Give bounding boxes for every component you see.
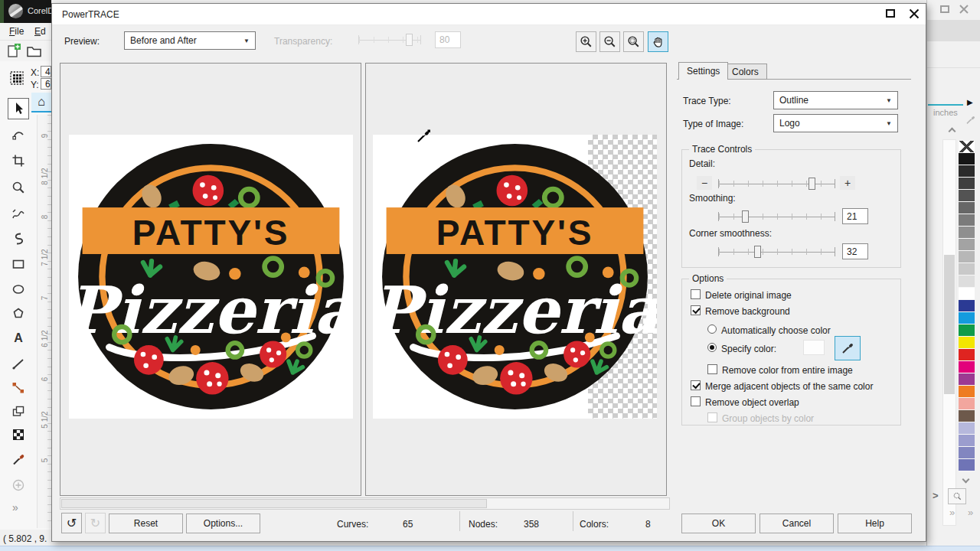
ruler-label: 8 1/2: [41, 165, 49, 188]
polygon-tool-icon[interactable]: [11, 306, 26, 321]
dialog-close-button[interactable]: [908, 8, 920, 20]
toolbox-expand-chevrons[interactable]: »: [12, 501, 18, 514]
delete-original-checkbox[interactable]: [691, 289, 701, 299]
palette-swatch[interactable]: [959, 386, 975, 398]
palette-swatch[interactable]: [959, 202, 975, 214]
zoom-fit-button[interactable]: [623, 31, 644, 52]
remove-overlap-checkbox[interactable]: [691, 396, 701, 406]
image-type-dropdown[interactable]: Logo ▼: [773, 114, 898, 132]
colors-label: Colors:: [580, 519, 609, 530]
palette-swatch[interactable]: [959, 251, 975, 263]
palette-swatch[interactable]: [959, 435, 975, 447]
tab-colors[interactable]: Colors: [724, 64, 767, 80]
smoothing-slider[interactable]: [718, 212, 835, 221]
zoom-in-button[interactable]: [576, 31, 596, 52]
palette-zoom-button[interactable]: [948, 488, 966, 504]
specify-color-radio[interactable]: [707, 343, 717, 352]
palette-swatch[interactable]: [959, 276, 975, 288]
corner-smoothness-field[interactable]: 32: [842, 243, 868, 259]
undo-button[interactable]: ↺: [61, 513, 82, 533]
dialog-titlebar[interactable]: [52, 4, 926, 25]
new-document-icon[interactable]: [6, 43, 21, 60]
pick-tool[interactable]: [8, 98, 29, 119]
palette-swatch[interactable]: [959, 312, 975, 324]
specified-color-swatch[interactable]: [803, 340, 825, 355]
contour-tool-icon[interactable]: [11, 404, 26, 419]
docker-expand-chevrons[interactable]: »: [968, 507, 973, 518]
palette-swatch[interactable]: [959, 141, 975, 153]
docker-maximize-icon[interactable]: [940, 5, 949, 13]
pan-button[interactable]: [648, 31, 668, 52]
palette-swatch[interactable]: [959, 349, 975, 361]
trace-type-dropdown[interactable]: Outline ▼: [773, 91, 898, 109]
palette-swatch[interactable]: [959, 288, 975, 300]
connector-tool-icon[interactable]: [11, 380, 26, 396]
docker-scrollbar-thumb[interactable]: [944, 255, 955, 394]
smoothing-label: Smoothing:: [689, 193, 736, 204]
palette-swatch[interactable]: [959, 337, 975, 349]
auto-choose-color-radio[interactable]: [707, 324, 717, 334]
dialog-maximize-button[interactable]: [886, 9, 895, 18]
add-tool-icon[interactable]: [11, 478, 26, 493]
shape-tool-icon[interactable]: [11, 126, 26, 142]
detail-label: Detail:: [689, 158, 715, 169]
preview-scrollbar-thumb[interactable]: [61, 499, 487, 508]
palette-swatch[interactable]: [959, 459, 975, 471]
eyedropper-tool-icon[interactable]: [11, 452, 26, 467]
units-underline: [928, 104, 963, 106]
freehand-tool-icon[interactable]: [11, 207, 26, 222]
palette-swatch[interactable]: [959, 300, 975, 312]
detail-plus-button[interactable]: +: [840, 176, 855, 190]
docker-flyout-icon[interactable]: ▶: [967, 98, 973, 106]
palette-swatch[interactable]: [959, 373, 975, 386]
smoothing-field[interactable]: 21: [842, 208, 868, 224]
crop-tool-icon[interactable]: [11, 153, 26, 168]
corner-smoothness-slider-thumb[interactable]: [754, 246, 761, 258]
remove-background-checkbox[interactable]: [691, 305, 701, 315]
palette-swatch[interactable]: [959, 324, 975, 337]
palette-swatch[interactable]: [959, 447, 975, 459]
ellipse-tool-icon[interactable]: [11, 282, 26, 297]
tab-settings[interactable]: Settings: [678, 62, 728, 80]
zoom-out-button[interactable]: [599, 31, 620, 52]
color-picker-button[interactable]: [835, 336, 861, 360]
palette-swatch[interactable]: [959, 422, 975, 435]
options-button[interactable]: Options...: [186, 514, 260, 533]
palette-expand-chevrons[interactable]: »: [949, 507, 955, 518]
detail-minus-button[interactable]: −: [697, 176, 712, 190]
detail-slider[interactable]: [718, 179, 835, 188]
reset-button[interactable]: Reset: [109, 514, 183, 533]
remove-entire-checkbox[interactable]: [707, 364, 717, 374]
merge-adjacent-checkbox[interactable]: [691, 380, 701, 390]
cancel-button[interactable]: Cancel: [760, 514, 834, 533]
units-label[interactable]: inches: [933, 108, 958, 117]
palette-angle-icon[interactable]: >: [933, 490, 939, 501]
preview-dropdown[interactable]: Before and After ▼: [124, 31, 256, 50]
ok-button[interactable]: OK: [681, 514, 756, 533]
docker-close-icon[interactable]: [959, 4, 969, 15]
palette-swatch[interactable]: [959, 239, 975, 251]
help-button[interactable]: Help: [838, 514, 912, 533]
line-tool-icon[interactable]: [11, 356, 26, 371]
palette-swatch[interactable]: [959, 410, 975, 422]
palette-swatch[interactable]: [959, 165, 975, 178]
detail-slider-thumb[interactable]: [808, 178, 815, 190]
palette-swatch[interactable]: [959, 263, 975, 276]
corner-smoothness-slider[interactable]: [718, 247, 835, 256]
palette-swatch[interactable]: [959, 227, 975, 239]
rectangle-tool-icon[interactable]: [11, 256, 26, 272]
palette-swatch[interactable]: [959, 214, 975, 227]
palette-swatch[interactable]: [959, 398, 975, 410]
palette-swatch[interactable]: [959, 153, 975, 165]
palette-swatch[interactable]: [959, 178, 975, 190]
palette-swatch[interactable]: [959, 190, 975, 202]
mesh-fill-tool-icon[interactable]: [11, 427, 26, 442]
palette-swatch[interactable]: [959, 361, 975, 373]
menu-file[interactable]: File: [9, 26, 24, 37]
text-tool[interactable]: A: [11, 331, 26, 346]
docker-eyedropper-icon[interactable]: [965, 114, 976, 126]
smart-drawing-tool-icon[interactable]: [11, 231, 26, 246]
zoom-tool-icon[interactable]: [11, 180, 26, 195]
smoothing-slider-thumb[interactable]: [742, 210, 749, 223]
options-legend: Options: [689, 274, 727, 284]
